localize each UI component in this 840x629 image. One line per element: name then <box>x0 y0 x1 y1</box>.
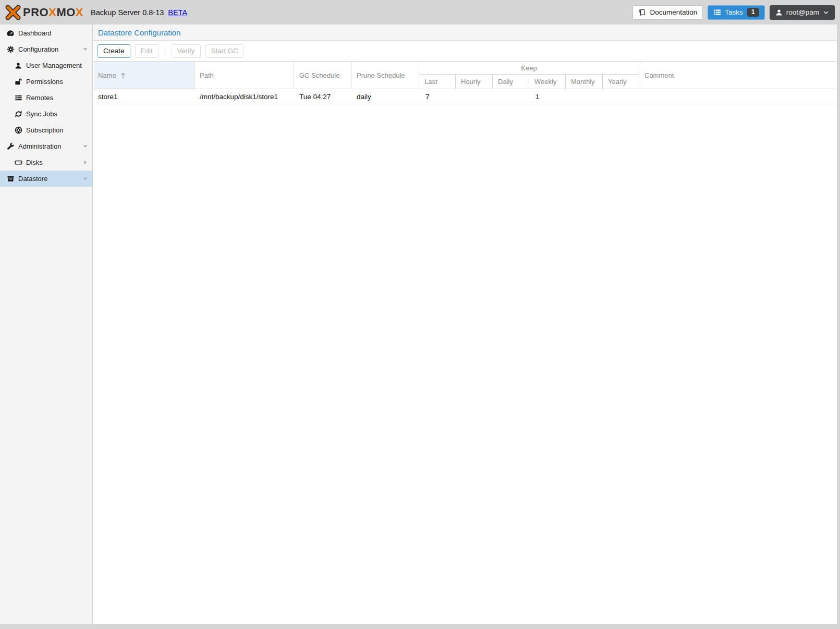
toolbar-separator <box>165 46 165 56</box>
documentation-button[interactable]: Documentation <box>632 5 703 20</box>
sidebar-item-label: Datastore <box>18 175 47 183</box>
list-icon <box>14 94 22 102</box>
datastore-table: Name Path GC Schedule Pru <box>94 61 837 104</box>
column-header-keep-yearly[interactable]: Yearly <box>603 75 639 89</box>
sidebar-item-sync-jobs[interactable]: Sync Jobs <box>0 106 92 122</box>
sidebar-item-remotes[interactable]: Remotes <box>0 90 92 106</box>
cell-keep-weekly: 1 <box>529 93 566 101</box>
user-icon <box>14 62 22 70</box>
tasks-button[interactable]: Tasks 1 <box>708 5 764 20</box>
submenu-arrow-icon <box>82 160 88 165</box>
beta-link[interactable]: BETA <box>168 8 187 17</box>
datastore-icon <box>6 175 15 183</box>
hdd-icon <box>14 159 22 167</box>
cell-prune-schedule: daily <box>351 93 419 101</box>
collapse-chevron-icon <box>82 143 88 149</box>
cell-keep-last: 7 <box>419 93 456 101</box>
wrench-icon <box>6 142 15 151</box>
sidebar-item-label: Configuration <box>18 45 58 53</box>
tasks-count-badge: 1 <box>747 8 759 17</box>
proxmox-wordmark: PROXMOX <box>23 6 83 19</box>
dashboard-icon <box>6 29 15 38</box>
proxmox-x-icon <box>5 5 21 20</box>
sidebar-item-dashboard[interactable]: Dashboard <box>0 25 92 41</box>
sidebar-item-label: Dashboard <box>18 29 52 37</box>
sync-icon <box>14 110 22 118</box>
column-header-gc-schedule[interactable]: GC Schedule <box>294 62 351 89</box>
column-group-keep: Keep Last Hourly Daily Weekly Monthly Ye… <box>419 62 639 89</box>
sidebar-item-label: User Management <box>26 62 82 69</box>
sidebar-item-label: Sync Jobs <box>26 110 57 118</box>
create-button[interactable]: Create <box>98 44 130 58</box>
top-bar: PROXMOX Backup Server 0.8-13 BETA Docume… <box>0 0 840 25</box>
column-header-keep-weekly[interactable]: Weekly <box>529 75 566 89</box>
sidebar-item-label: Permissions <box>26 78 63 86</box>
cell-gc-schedule: Tue 04:27 <box>294 93 351 101</box>
datastore-toolbar: Create Edit Verify Start GC <box>93 41 837 61</box>
support-icon <box>14 126 22 135</box>
sidebar-item-datastore[interactable]: Datastore <box>0 171 92 187</box>
sidebar-item-label: Subscription <box>26 126 64 134</box>
chevron-down-icon <box>823 9 829 16</box>
page-title: Datastore Configuration <box>93 25 837 41</box>
sort-ascending-icon <box>120 71 126 79</box>
task-list-icon <box>713 8 721 16</box>
product-title: Backup Server 0.8-13 <box>91 8 164 17</box>
cogs-icon <box>6 45 15 54</box>
edit-button[interactable]: Edit <box>135 44 159 58</box>
sidebar-item-subscription[interactable]: Subscription <box>0 122 92 138</box>
column-header-keep-monthly[interactable]: Monthly <box>566 75 603 89</box>
column-header-keep-daily[interactable]: Daily <box>493 75 529 89</box>
cell-path: /mnt/backup/disk1/store1 <box>194 93 294 101</box>
sidebar-item-label: Administration <box>18 142 61 150</box>
table-header: Name Path GC Schedule Pru <box>94 62 837 89</box>
sidebar-item-permissions[interactable]: Permissions <box>0 74 92 90</box>
user-icon <box>775 9 783 16</box>
column-header-comment[interactable]: Comment <box>639 62 837 89</box>
sidebar-item-administration[interactable]: Administration <box>0 138 92 154</box>
topbar-actions: Documentation Tasks 1 root@pa <box>632 5 835 20</box>
user-menu-button[interactable]: root@pam <box>770 5 835 20</box>
sidebar-item-user-management[interactable]: User Management <box>0 57 92 74</box>
verify-button[interactable]: Verify <box>172 44 201 58</box>
column-header-keep-last[interactable]: Last <box>419 75 456 89</box>
app-viewport: PROXMOX Backup Server 0.8-13 BETA Docume… <box>0 0 840 629</box>
column-header-name[interactable]: Name <box>94 62 194 89</box>
sidebar-item-disks[interactable]: Disks <box>0 154 92 171</box>
sidebar-item-label: Remotes <box>26 94 53 102</box>
proxmox-logo: PROXMOX Backup Server 0.8-13 BETA <box>5 5 187 20</box>
sidebar: Dashboard <box>0 25 93 624</box>
main-panel: Datastore Configuration Create Edit Veri… <box>93 25 837 624</box>
sidebar-item-label: Disks <box>26 159 43 166</box>
start-gc-button[interactable]: Start GC <box>205 44 245 58</box>
sidebar-item-configuration[interactable]: Configuration <box>0 41 92 57</box>
table-row-store1[interactable]: store1 /mnt/backup/disk1/store1 Tue 04:2… <box>94 89 837 104</box>
collapse-chevron-icon <box>82 176 88 182</box>
column-header-prune-schedule[interactable]: Prune Schedule <box>351 62 419 89</box>
book-icon <box>638 8 646 16</box>
cell-name: store1 <box>94 93 194 101</box>
column-header-keep-hourly[interactable]: Hourly <box>456 75 493 89</box>
keep-group-label: Keep <box>419 62 639 75</box>
unlock-icon <box>14 78 22 86</box>
column-header-path[interactable]: Path <box>194 62 294 89</box>
collapse-chevron-icon <box>82 46 88 52</box>
